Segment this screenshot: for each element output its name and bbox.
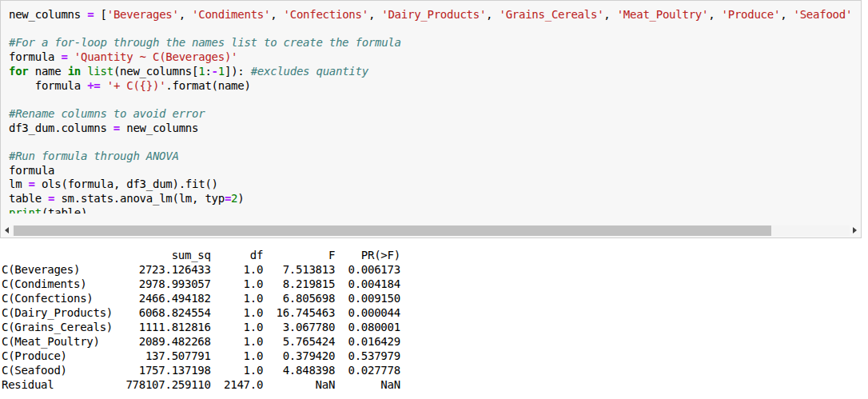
code-token: in [68,65,81,78]
code-editor[interactable]: new_columns = ['Beverages', 'Condiments'… [1,1,861,213]
horizontal-scrollbar[interactable] [2,225,860,236]
code-token: (new_columns[ [113,65,198,78]
code-token: lm [9,178,29,190]
code-line[interactable]: table = sm.stats.anova_lm(lm, typ=2) [9,192,861,206]
code-token [68,50,74,63]
output-table-row: C(Seafood) 1757.137198 1.0 4.848398 0.02… [2,363,868,377]
code-token: #excludes quantity [251,65,368,78]
code-line[interactable]: #Rename columns to avoid error [9,107,861,122]
code-token: .format(name) [165,79,250,92]
code-token: 'Seafood' [794,8,853,21]
code-token: , [368,8,381,21]
code-line[interactable]: lm = ols(formula, df3_dum).fit() [9,178,861,192]
code-token: (table) [42,206,87,213]
code-token: , [708,8,721,21]
code-token: 'Condiments' [192,8,270,21]
code-token: print [9,206,42,213]
scroll-right-arrow-icon[interactable] [850,225,860,236]
output-table-row: C(Grains_Cereals) 1111.812816 1.0 3.0677… [2,320,868,334]
code-line[interactable] [9,22,861,37]
code-token: 'Grains_Cereals' [499,8,603,21]
code-token: list [87,65,113,78]
code-token: #Run formula through ANOVA [9,150,179,162]
code-token: new_columns [9,8,87,21]
code-token: 'Meat_Poultry' [617,8,709,21]
code-token: sm.stats.anova_lm(lm, typ [54,192,225,205]
code-token: , [780,8,793,21]
code-token: formula [9,50,61,63]
code-line[interactable]: df3_dum.columns = new_columns [9,122,861,136]
code-token: - [212,65,218,78]
code-token: new_columns [120,122,198,134]
code-token: = [61,50,67,63]
code-line[interactable]: for name in list(new_columns[1:-1]): #ex… [9,65,861,79]
output-table-row: C(Confections) 2466.494182 1.0 6.805698 … [2,291,868,305]
output-table-row: C(Produce) 137.507791 1.0 0.379420 0.537… [2,349,868,363]
code-token: : [205,65,211,78]
code-line[interactable]: print(table) [9,206,861,213]
code-token: table [9,192,48,205]
code-token: formula [9,164,54,177]
output-table-row: Residual 778107.259110 2147.0 NaN NaN [2,377,868,392]
code-token: 1 [218,65,225,78]
output-table-row: C(Meat_Poultry) 2089.482268 1.0 5.765424… [2,334,868,349]
code-token: [ [94,8,106,21]
code-token: = [29,178,35,190]
code-line[interactable] [9,135,861,150]
code-token: 'Dairy_Products' [381,8,486,21]
code-token: #For a for-loop through the names list t… [9,36,401,49]
code-token: , [270,8,283,21]
code-token: , [486,8,499,21]
code-cell[interactable]: new_columns = ['Beverages', 'Condiments'… [0,0,862,238]
scrollbar-thumb[interactable] [14,225,771,236]
code-line[interactable]: #For a for-loop through the names list t… [9,36,861,50]
code-token: #Rename columns to avoid error [9,107,205,120]
code-token: ]): [225,65,251,78]
code-line[interactable]: formula = 'Quantity ~ C(Beverages)' [9,50,861,65]
code-token: 'Confections' [284,8,368,21]
output-table-header: sum_sq df F PR(>F) [2,248,868,262]
code-token: = [225,192,231,205]
code-token [101,79,107,92]
code-token: df3_dum.columns [9,122,113,134]
output-area: sum_sq df F PR(>F)C(Beverages) 2723.1264… [0,238,868,392]
code-line[interactable]: formula [9,164,861,178]
code-token: += [87,79,100,92]
code-line[interactable]: #Run formula through ANOVA [9,150,861,164]
output-table-row: C(Condiments) 2978.993057 1.0 8.219815 0… [2,277,868,291]
code-token: , [603,8,616,21]
code-line[interactable]: formula += '+ C({})'.format(name) [9,79,861,94]
scroll-left-arrow-icon[interactable] [2,225,12,236]
code-line[interactable] [9,93,861,107]
code-token: name [29,65,68,78]
code-token: 'Quantity ~ C(Beverages)' [74,50,237,63]
code-token: , [179,8,192,21]
code-line[interactable]: new_columns = ['Beverages', 'Condiments'… [9,8,861,22]
code-token: ols(formula, df3_dum).fit() [35,178,218,190]
code-token: formula [9,79,87,92]
output-table-row: C(Dairy_Products) 6068.824554 1.0 16.745… [2,305,868,320]
code-token: 'Beverages' [107,8,179,21]
code-token: for [9,65,29,78]
output-table-row: C(Beverages) 2723.126433 1.0 7.513813 0.… [2,262,868,277]
code-token [81,65,87,78]
scrollbar-track[interactable] [12,225,850,236]
code-token: ) [237,192,244,205]
code-token: = [113,122,120,134]
code-token: '+ C({})' [107,79,166,92]
code-token: 'Produce' [722,8,781,21]
